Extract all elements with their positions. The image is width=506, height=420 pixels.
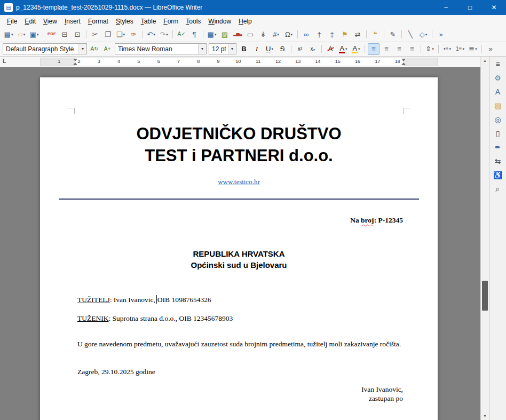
undo-button[interactable]: ↶ ▾ [145,28,157,40]
formatting-button[interactable] [438,45,439,53]
font-size-combo[interactable]: 12 pt ▾ [209,43,236,54]
menu-file[interactable]: File [3,16,21,27]
page-icon[interactable]: ▯ [492,127,504,140]
chevron-down-icon[interactable]: ▾ [153,33,155,36]
chevron-down-icon[interactable]: ▾ [475,47,477,51]
find-icon[interactable]: ⌕ [492,183,504,195]
manage-changes-icon[interactable]: ⇆ [492,155,504,168]
menu-window[interactable]: Window [204,16,235,27]
chevron-down-icon[interactable]: ▾ [23,33,26,36]
properties-icon[interactable]: ⚙ [492,72,504,84]
horizontal-ruler[interactable]: 123456789101112131415161718 [40,58,438,66]
tab-stop-selector[interactable]: L [3,58,6,64]
styles-icon[interactable]: A [492,85,504,98]
align-center-button[interactable]: ≡ [381,43,392,55]
insert-page-break-button[interactable]: ↡ [257,28,269,40]
scroll-up-arrow-icon[interactable]: ▲ [481,57,489,65]
basic-shapes-button[interactable]: ◇ ▾ [417,28,429,40]
menu-styles[interactable]: Styles [112,16,137,27]
menu-help[interactable]: Help [235,16,256,27]
superscript-button[interactable]: x² [294,43,306,55]
chevron-down-icon[interactable]: ▾ [291,33,293,36]
chevron-down-icon[interactable]: ▾ [432,47,434,51]
website-hyperlink[interactable]: www.testico.hr [218,178,260,186]
chevron-down-icon[interactable]: ▾ [78,44,86,54]
chevron-down-icon[interactable]: ▾ [198,44,206,54]
insert-text-box-button[interactable]: ▭ [244,28,256,40]
underline-button[interactable]: U ▾ [264,43,275,55]
insert-comment-button[interactable]: ❝ [369,28,381,40]
insert-field-button[interactable]: # ▾ [270,28,282,40]
formatting-button[interactable] [321,45,322,53]
chevron-down-icon[interactable]: ▾ [215,33,217,36]
print-button[interactable]: ⊟ [59,28,70,40]
chevron-down-icon[interactable]: ▾ [462,47,464,51]
toolbar-button[interactable] [86,30,86,38]
new-style-button[interactable]: A+ [101,43,113,55]
menu-view[interactable]: View [39,16,61,27]
chevron-down-icon[interactable]: ▾ [123,33,125,36]
accessibility-check-icon[interactable]: ♿ [492,169,504,181]
font-color-button[interactable]: A ▾ [337,43,349,55]
formatting-button[interactable] [481,45,482,53]
toolbar-button[interactable] [203,30,203,38]
subscript-button[interactable]: x₂ [307,43,319,55]
copy-button[interactable]: ❐ [102,28,114,40]
formatting-button[interactable] [365,45,365,53]
sidebar-settings-icon[interactable]: ≡ [492,58,504,70]
toolbar-button[interactable] [172,30,173,38]
menu-tools[interactable]: Tools [182,16,204,27]
insert-line-button[interactable]: ╲ [405,28,416,40]
menu-form[interactable]: Form [160,16,182,27]
formatting-marks-button[interactable]: ¶ [188,28,200,40]
toolbar-button[interactable] [432,30,432,38]
formatting-button[interactable] [421,45,421,53]
strikethrough-button[interactable]: S [276,43,288,55]
chevron-down-icon[interactable]: ▾ [425,33,428,36]
paste-button[interactable]: ❏ ▾ [115,28,127,40]
insert-table-button[interactable]: ▦ ▾ [206,28,218,40]
chevron-down-icon[interactable]: ▾ [11,33,13,36]
chevron-down-icon[interactable]: ▾ [166,33,168,36]
menu-insert[interactable]: Insert [61,16,84,27]
chevron-down-icon[interactable]: ▾ [271,47,273,51]
toolbar-button[interactable] [297,30,298,38]
highlight-color-button[interactable]: A ▾ [350,43,362,55]
insert-hyperlink-button[interactable]: ∞ [301,28,312,40]
style-inspector-icon[interactable]: ✒ [492,141,504,154]
insert-chart-button[interactable]: ▂▅▃ [232,28,243,40]
open-button[interactable]: ▱ ▾ [15,28,27,40]
menu-format[interactable]: Format [84,16,112,27]
line-spacing-button[interactable]: ⇕ ▾ [424,43,436,55]
chevron-down-icon[interactable]: ▾ [37,33,39,36]
bullet-list-button[interactable]: •≡ ▾ [441,43,453,55]
chevron-down-icon[interactable]: ▾ [277,33,279,36]
bold-button[interactable]: B [238,43,250,55]
italic-button[interactable]: I [251,43,263,55]
gallery-icon[interactable]: ▨ [492,99,504,112]
redo-button[interactable]: ↷ ▾ [158,28,170,40]
paragraph-style-combo[interactable]: Default Paragraph Style ▾ [3,43,87,54]
clone-formatting-button[interactable]: ✑ [128,28,139,40]
chevron-down-icon[interactable]: ▾ [449,47,451,51]
insert-special-character-button[interactable]: Ω ▾ [283,28,295,40]
align-justify-button[interactable]: ≡ [406,43,418,55]
vertical-scrollbar[interactable]: ▲ ▼ [480,57,489,420]
chevron-down-icon[interactable]: ▾ [228,44,236,54]
document-page[interactable]: ODVJETNIČKO DRUŠTVO TEST i PARTNERI d.o.… [40,77,438,420]
track-changes-button[interactable]: ✎ [387,28,399,40]
menu-edit[interactable]: Edit [21,16,39,27]
chevron-down-icon[interactable]: ▾ [358,47,360,51]
font-name-combo[interactable]: Times New Roman ▾ [115,43,207,54]
chevron-down-icon[interactable]: ▾ [345,47,347,51]
navigator-icon[interactable]: ◎ [492,113,504,126]
formatting-button[interactable] [291,45,291,53]
outline-list-button[interactable]: ≣ ▾ [467,43,479,55]
update-style-button[interactable]: A↻ [89,43,100,55]
maximize-button[interactable]: □ [458,0,482,15]
numbered-list-button[interactable]: 1≡ ▾ [454,43,466,55]
scrollbar-thumb[interactable] [482,281,488,311]
close-button[interactable]: ✕ [482,0,506,15]
insert-endnote-button[interactable]: ‡ [326,28,338,40]
insert-cross-reference-button[interactable]: ⇄ [352,28,363,40]
